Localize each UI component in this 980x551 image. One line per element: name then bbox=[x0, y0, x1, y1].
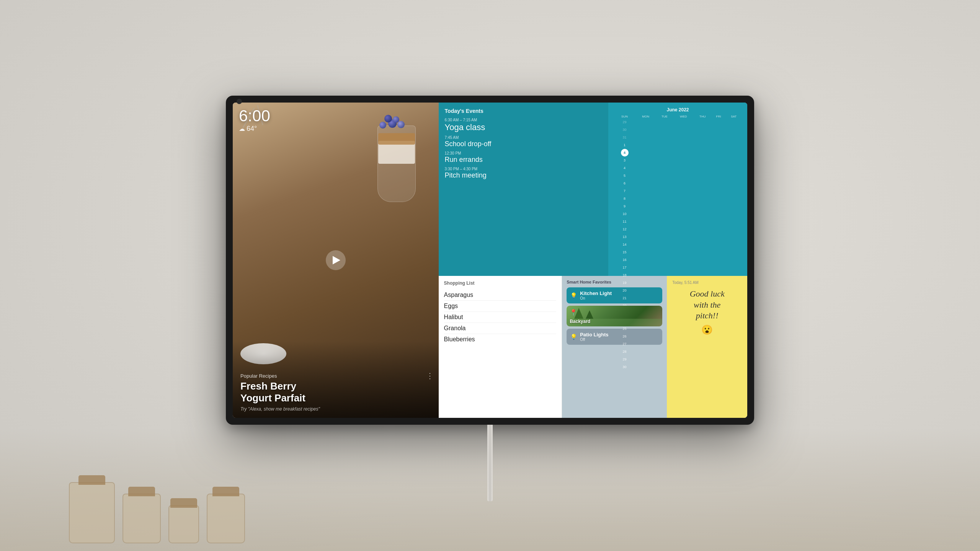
note-panel: Today, 5:51 AM Good luckwith thepitch!! … bbox=[667, 276, 747, 418]
bulb-icon-patio: 💡 bbox=[570, 334, 577, 340]
parfait-visual bbox=[370, 110, 423, 206]
recipe-overlay: Popular Recipes Fresh BerryYogurt Parfai… bbox=[233, 341, 439, 418]
camera-dot bbox=[237, 99, 242, 104]
patio-lights-name: Patio Lights bbox=[580, 332, 608, 337]
cal-day-6[interactable]: 6 bbox=[621, 179, 629, 187]
shopping-item-4[interactable]: Blueberries bbox=[444, 334, 557, 345]
cal-day-12[interactable]: 12 bbox=[621, 225, 629, 233]
cal-day-4[interactable]: 4 bbox=[621, 164, 629, 172]
backyard-label: Backyard bbox=[570, 319, 590, 324]
event-name-0: Yoga class bbox=[445, 122, 603, 132]
recipe-hint: Try "Alexa, show me breakfast recipes" bbox=[240, 406, 431, 412]
jar-medium1 bbox=[122, 494, 161, 543]
cal-day-16[interactable]: 16 bbox=[621, 256, 629, 264]
cal-day-26[interactable]: 26 bbox=[621, 333, 629, 340]
bottom-section: Shopping List Asparagus Eggs Halibut Gra… bbox=[439, 276, 747, 418]
cal-day-19[interactable]: 19 bbox=[621, 279, 629, 287]
event-time-2: 12:30 PM bbox=[445, 151, 603, 155]
cal-day-30[interactable]: 30 bbox=[621, 363, 629, 371]
cal-day-21[interactable]: 21 bbox=[621, 294, 629, 302]
note-timestamp: Today, 5:51 AM bbox=[672, 280, 742, 285]
event-time-0: 6:30 AM – 7:15 AM bbox=[445, 118, 603, 122]
cal-header-fri: FRI bbox=[712, 115, 726, 118]
location-pin-icon: 📍 bbox=[570, 309, 577, 316]
cal-header-tue: TUE bbox=[656, 115, 673, 118]
cal-day-8[interactable]: 8 bbox=[621, 195, 629, 202]
smarthome-panel: Smart Home Favorites 💡 Kitchen Light On bbox=[562, 276, 667, 418]
screen: 6:00 ☁ 64° Popular Recipes Fresh BerryYo… bbox=[233, 103, 747, 418]
cal-day-28[interactable]: 28 bbox=[621, 348, 629, 355]
cal-day-3[interactable]: 3 bbox=[621, 156, 629, 164]
cal-header-mon: MON bbox=[635, 115, 656, 118]
patio-lights-info: Patio Lights Off bbox=[580, 332, 608, 342]
cal-day-14[interactable]: 14 bbox=[621, 241, 629, 248]
more-menu-button[interactable]: ⋮ bbox=[426, 372, 434, 380]
tree-2 bbox=[586, 310, 593, 319]
cal-day-31-prev[interactable]: 31 bbox=[621, 134, 629, 141]
blueberry-4 bbox=[384, 115, 392, 122]
cal-day-17[interactable]: 17 bbox=[621, 264, 629, 271]
cal-day-1[interactable]: 1 bbox=[621, 141, 629, 149]
cal-day-13[interactable]: 13 bbox=[621, 233, 629, 241]
cal-day-10[interactable]: 10 bbox=[621, 210, 629, 218]
play-button[interactable] bbox=[326, 250, 346, 270]
cal-day-29-prev[interactable]: 29 bbox=[621, 118, 629, 126]
cal-day-7[interactable]: 7 bbox=[621, 187, 629, 195]
event-name-1: School drop-off bbox=[445, 140, 603, 148]
event-item-1[interactable]: 7:45 AM School drop-off bbox=[445, 135, 603, 148]
event-name-2: Run errands bbox=[445, 156, 603, 164]
cal-day-11[interactable]: 11 bbox=[621, 218, 629, 225]
cal-day-27[interactable]: 27 bbox=[621, 340, 629, 348]
event-time-3: 3:30 PM – 4:30 PM bbox=[445, 167, 603, 171]
event-item-3[interactable]: 3:30 PM – 4:30 PM Pitch meeting bbox=[445, 167, 603, 179]
cal-day-9[interactable]: 9 bbox=[621, 202, 629, 210]
top-section: Today's Events 6:30 AM – 7:15 AM Yoga cl… bbox=[439, 103, 747, 276]
jar-group bbox=[69, 482, 245, 543]
weather-icon: ☁ bbox=[239, 125, 245, 132]
jar-medium2 bbox=[207, 494, 245, 543]
cal-day-15[interactable]: 15 bbox=[621, 248, 629, 256]
blueberry-5 bbox=[393, 116, 399, 123]
cal-day-29[interactable]: 29 bbox=[621, 355, 629, 363]
note-emoji: 😮 bbox=[672, 324, 742, 335]
tv-cable bbox=[487, 425, 493, 501]
kitchen-light-card[interactable]: 💡 Kitchen Light On bbox=[567, 287, 662, 303]
granola-layer bbox=[378, 133, 415, 145]
shopping-item-1[interactable]: Eggs bbox=[444, 301, 557, 312]
recipe-title: Fresh BerryYogurt Parfait bbox=[240, 380, 431, 404]
cal-day-20[interactable]: 20 bbox=[621, 287, 629, 294]
patio-lights-card[interactable]: 💡 Patio Lights Off bbox=[567, 329, 662, 345]
shopping-item-3[interactable]: Granola bbox=[444, 323, 557, 334]
cal-week-2: 12 13 14 15 16 17 18 bbox=[614, 225, 742, 279]
cal-day-5[interactable]: 5 bbox=[621, 172, 629, 179]
shopping-item-0[interactable]: Asparagus bbox=[444, 290, 557, 301]
cal-header-row: SUN MON TUE WED THU FRI SAT bbox=[614, 115, 742, 118]
jar-small bbox=[168, 505, 199, 543]
cal-week-1: 5 6 7 8 9 10 11 bbox=[614, 172, 742, 225]
cal-day-empty-2 bbox=[621, 378, 629, 386]
backyard-image: 📍 Backyard bbox=[567, 306, 662, 326]
event-name-3: Pitch meeting bbox=[445, 171, 603, 179]
shopping-panel: Shopping List Asparagus Eggs Halibut Gra… bbox=[439, 276, 562, 418]
events-title: Today's Events bbox=[445, 108, 603, 114]
backyard-card[interactable]: 📍 Backyard bbox=[567, 306, 662, 326]
blueberry-1 bbox=[379, 122, 386, 129]
cal-day-18[interactable]: 18 bbox=[621, 271, 629, 279]
tv-frame: 6:00 ☁ 64° Popular Recipes Fresh BerryYo… bbox=[226, 96, 754, 425]
shopping-item-2[interactable]: Halibut bbox=[444, 312, 557, 323]
event-item-2[interactable]: 12:30 PM Run errands bbox=[445, 151, 603, 164]
kitchen-light-status: On bbox=[580, 296, 612, 300]
bulb-icon-kitchen: 💡 bbox=[570, 292, 577, 298]
play-icon bbox=[333, 256, 340, 264]
cal-day-today[interactable]: 4 bbox=[621, 149, 629, 156]
kitchen-light-info: Kitchen Light On bbox=[580, 290, 612, 300]
jar-large bbox=[69, 482, 115, 543]
cal-day-empty-1 bbox=[621, 371, 629, 378]
blueberry-3 bbox=[397, 121, 405, 128]
time-display: 6:00 bbox=[239, 108, 270, 124]
cal-day-30-prev[interactable]: 30 bbox=[621, 126, 629, 134]
cal-week-0: 29 30 31 1 4 3 4 bbox=[614, 118, 742, 172]
event-item-0[interactable]: 6:30 AM – 7:15 AM Yoga class bbox=[445, 118, 603, 132]
tv-bezel: 6:00 ☁ 64° Popular Recipes Fresh BerryYo… bbox=[233, 103, 747, 418]
popular-label: Popular Recipes bbox=[240, 373, 431, 379]
